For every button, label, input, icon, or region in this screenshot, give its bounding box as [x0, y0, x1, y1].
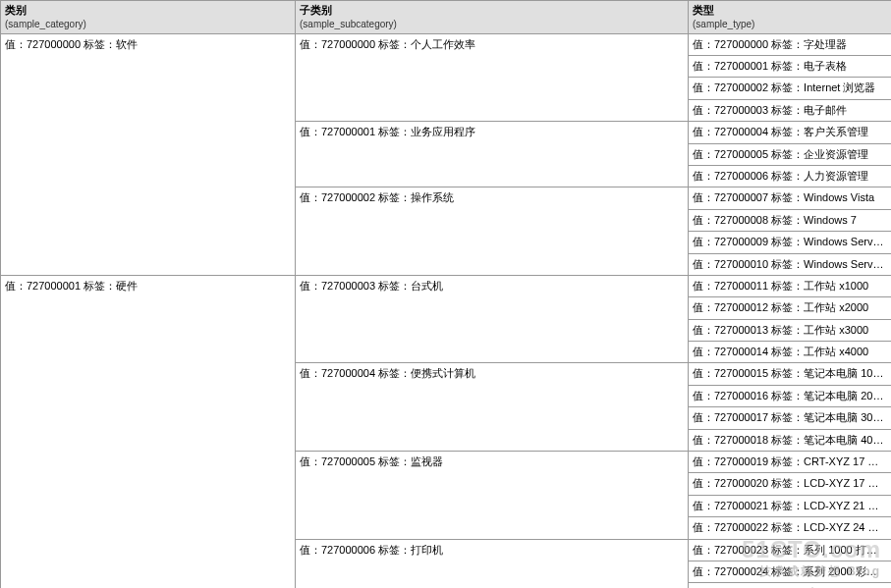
table-row: 值：727000002 标签：操作系统值：727000007 标签：Window…: [296, 187, 891, 276]
table-row: 值：727000003 标签：台式机值：727000011 标签：工作站 x10…: [296, 276, 891, 364]
header-type-label: 类型: [693, 4, 714, 16]
type-cell[interactable]: 值：727000021 标签：LCD-XYZ 21 英寸: [689, 496, 891, 517]
subcategory-container: 值：727000003 标签：台式机值：727000011 标签：工作站 x10…: [296, 276, 891, 588]
type-container: 值：727000023 标签：系列 1000 打印机 - 专用值：7270000…: [689, 540, 891, 588]
header-subcategory[interactable]: 子类别 (sample_subcategory): [296, 1, 689, 34]
header-subcategory-field: (sample_subcategory): [300, 19, 397, 29]
category-cell[interactable]: 值：727000001 标签：硬件: [1, 276, 296, 588]
type-cell[interactable]: 值：727000022 标签：LCD-XYZ 24 英寸: [689, 517, 891, 539]
table-header-row: 类别 (sample_category) 子类别 (sample_subcate…: [1, 1, 891, 34]
header-type-field: (sample_type): [693, 19, 754, 29]
table-row: 值：727000000 标签：软件值：727000000 标签：个人工作效率值：…: [1, 34, 891, 276]
type-container: 值：727000015 标签：笔记本电脑 1000 系列值：727000016 …: [689, 363, 891, 452]
type-cell[interactable]: 值：727000014 标签：工作站 x4000: [689, 342, 891, 363]
type-container: 值：727000019 标签：CRT-XYZ 17 英寸值：727000020 …: [689, 452, 891, 540]
type-cell[interactable]: 值：727000000 标签：字处理器: [689, 34, 891, 56]
type-container: 值：727000007 标签：Windows Vista值：727000008 …: [689, 187, 891, 276]
table-row: 值：727000006 标签：打印机值：727000023 标签：系列 1000…: [296, 540, 891, 588]
type-cell[interactable]: 值：727000002 标签：Internet 浏览器: [689, 78, 891, 99]
type-cell[interactable]: 值：727000024 标签：系列 2000 彩色打印机 - 专用: [689, 561, 891, 583]
type-cell[interactable]: 值：727000013 标签：工作站 x3000: [689, 320, 891, 342]
subcategory-cell[interactable]: 值：727000000 标签：个人工作效率: [296, 34, 689, 123]
type-cell[interactable]: 值：727000012 标签：工作站 x2000: [689, 297, 891, 319]
header-category-field: (sample_category): [5, 19, 86, 29]
table-row: 值：727000004 标签：便携式计算机值：727000015 标签：笔记本电…: [296, 363, 891, 452]
subcategory-cell[interactable]: 值：727000005 标签：监视器: [296, 452, 689, 540]
type-cell[interactable]: 值：727000006 标签：人力资源管理: [689, 166, 891, 187]
type-container: 值：727000000 标签：字处理器值：727000001 标签：电子表格值：…: [689, 34, 891, 123]
type-cell[interactable]: 值：727000023 标签：系列 1000 打印机 - 专用: [689, 540, 891, 561]
header-subcategory-label: 子类别: [300, 4, 332, 16]
table-row: 值：727000001 标签：业务应用程序值：727000004 标签：客户关系…: [296, 122, 891, 187]
type-cell[interactable]: 值：727000010 标签：Windows Server 2008: [689, 254, 891, 276]
subcategory-cell[interactable]: 值：727000003 标签：台式机: [296, 276, 689, 364]
subcategory-cell[interactable]: 值：727000006 标签：打印机: [296, 540, 689, 588]
type-cell[interactable]: 值：727000008 标签：Windows 7: [689, 210, 891, 232]
type-cell[interactable]: 值：727000015 标签：笔记本电脑 1000 系列: [689, 363, 891, 385]
subcategory-cell[interactable]: 值：727000004 标签：便携式计算机: [296, 363, 689, 452]
type-cell[interactable]: 值：727000001 标签：电子表格: [689, 56, 891, 78]
table-body: 值：727000000 标签：软件值：727000000 标签：个人工作效率值：…: [1, 34, 891, 588]
subcategory-cell[interactable]: 值：727000002 标签：操作系统: [296, 187, 689, 276]
type-cell[interactable]: 值：727000018 标签：笔记本电脑 4000 系列: [689, 430, 891, 452]
table-row: 值：727000005 标签：监视器值：727000019 标签：CRT-XYZ…: [296, 452, 891, 540]
subcategory-cell[interactable]: 值：727000001 标签：业务应用程序: [296, 122, 689, 187]
type-cell[interactable]: 值：727000009 标签：Windows Server 2003: [689, 232, 891, 253]
header-category-label: 类别: [5, 4, 27, 16]
header-type[interactable]: 类型 (sample_type): [689, 1, 891, 34]
table-row: 值：727000000 标签：个人工作效率值：727000000 标签：字处理器…: [296, 34, 891, 123]
type-cell[interactable]: 值：727000016 标签：笔记本电脑 2000 系列: [689, 386, 891, 407]
type-cell[interactable]: 值：727000011 标签：工作站 x1000: [689, 276, 891, 297]
type-cell[interactable]: 值：727000007 标签：Windows Vista: [689, 187, 891, 209]
type-cell[interactable]: 值：727000004 标签：客户关系管理: [689, 122, 891, 143]
table-row: 值：727000001 标签：硬件值：727000003 标签：台式机值：727…: [1, 276, 891, 588]
type-cell[interactable]: 值：727000017 标签：笔记本电脑 3000 系列: [689, 407, 891, 429]
type-container: 值：727000011 标签：工作站 x1000值：727000012 标签：工…: [689, 276, 891, 364]
type-cell[interactable]: 值：727000025 标签：系列 9000 打印机 - 共享: [689, 583, 891, 588]
subcategory-container: 值：727000000 标签：个人工作效率值：727000000 标签：字处理器…: [296, 34, 891, 276]
header-category[interactable]: 类别 (sample_category): [1, 1, 296, 34]
type-cell[interactable]: 值：727000020 标签：LCD-XYZ 17 英寸: [689, 473, 891, 495]
type-cell[interactable]: 值：727000019 标签：CRT-XYZ 17 英寸: [689, 452, 891, 473]
category-cell[interactable]: 值：727000000 标签：软件: [1, 34, 296, 276]
type-cell[interactable]: 值：727000003 标签：电子邮件: [689, 100, 891, 122]
type-container: 值：727000004 标签：客户关系管理值：727000005 标签：企业资源…: [689, 122, 891, 187]
category-table: 类别 (sample_category) 子类别 (sample_subcate…: [0, 0, 891, 588]
type-cell[interactable]: 值：727000005 标签：企业资源管理: [689, 144, 891, 166]
